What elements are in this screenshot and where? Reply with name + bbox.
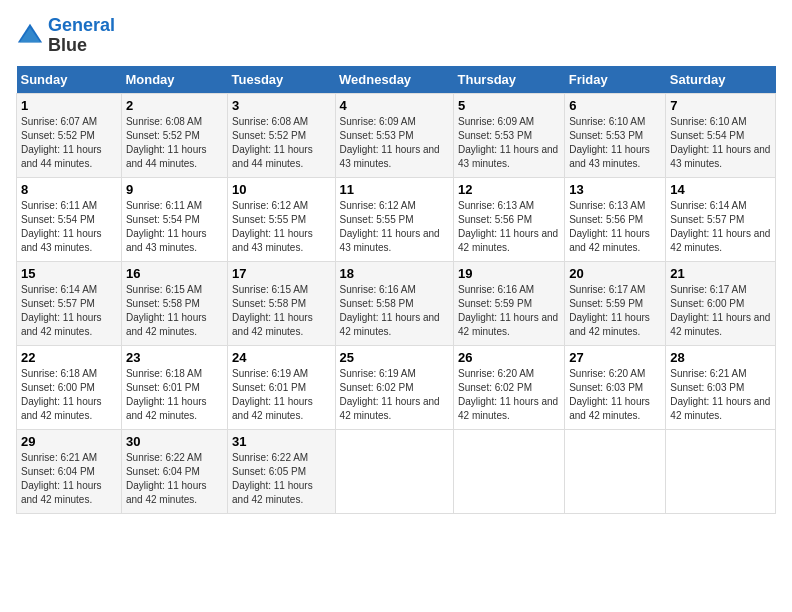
day-info: Sunrise: 6:16 AMSunset: 5:59 PMDaylight:… (458, 283, 560, 339)
day-number: 16 (126, 266, 223, 281)
day-info: Sunrise: 6:07 AMSunset: 5:52 PMDaylight:… (21, 115, 117, 171)
calendar-cell: 26Sunrise: 6:20 AMSunset: 6:02 PMDayligh… (454, 345, 565, 429)
calendar-cell: 4Sunrise: 6:09 AMSunset: 5:53 PMDaylight… (335, 93, 453, 177)
calendar-cell: 18Sunrise: 6:16 AMSunset: 5:58 PMDayligh… (335, 261, 453, 345)
day-number: 28 (670, 350, 771, 365)
day-number: 4 (340, 98, 449, 113)
calendar-cell: 20Sunrise: 6:17 AMSunset: 5:59 PMDayligh… (565, 261, 666, 345)
calendar-body: 1Sunrise: 6:07 AMSunset: 5:52 PMDaylight… (17, 93, 776, 513)
calendar-cell: 15Sunrise: 6:14 AMSunset: 5:57 PMDayligh… (17, 261, 122, 345)
day-number: 19 (458, 266, 560, 281)
day-info: Sunrise: 6:12 AMSunset: 5:55 PMDaylight:… (340, 199, 449, 255)
day-info: Sunrise: 6:17 AMSunset: 6:00 PMDaylight:… (670, 283, 771, 339)
day-number: 22 (21, 350, 117, 365)
calendar-cell: 24Sunrise: 6:19 AMSunset: 6:01 PMDayligh… (228, 345, 336, 429)
day-number: 31 (232, 434, 331, 449)
logo-text: General Blue (48, 16, 115, 56)
day-info: Sunrise: 6:20 AMSunset: 6:03 PMDaylight:… (569, 367, 661, 423)
calendar-cell: 28Sunrise: 6:21 AMSunset: 6:03 PMDayligh… (666, 345, 776, 429)
day-number: 8 (21, 182, 117, 197)
day-info: Sunrise: 6:21 AMSunset: 6:03 PMDaylight:… (670, 367, 771, 423)
day-info: Sunrise: 6:11 AMSunset: 5:54 PMDaylight:… (21, 199, 117, 255)
day-number: 17 (232, 266, 331, 281)
day-info: Sunrise: 6:12 AMSunset: 5:55 PMDaylight:… (232, 199, 331, 255)
day-info: Sunrise: 6:22 AMSunset: 6:05 PMDaylight:… (232, 451, 331, 507)
calendar-cell: 5Sunrise: 6:09 AMSunset: 5:53 PMDaylight… (454, 93, 565, 177)
calendar-cell: 8Sunrise: 6:11 AMSunset: 5:54 PMDaylight… (17, 177, 122, 261)
calendar-cell: 13Sunrise: 6:13 AMSunset: 5:56 PMDayligh… (565, 177, 666, 261)
day-number: 30 (126, 434, 223, 449)
day-info: Sunrise: 6:18 AMSunset: 6:00 PMDaylight:… (21, 367, 117, 423)
calendar-cell: 11Sunrise: 6:12 AMSunset: 5:55 PMDayligh… (335, 177, 453, 261)
day-info: Sunrise: 6:16 AMSunset: 5:58 PMDaylight:… (340, 283, 449, 339)
day-number: 21 (670, 266, 771, 281)
day-info: Sunrise: 6:08 AMSunset: 5:52 PMDaylight:… (126, 115, 223, 171)
calendar-cell (565, 429, 666, 513)
calendar-cell: 23Sunrise: 6:18 AMSunset: 6:01 PMDayligh… (121, 345, 227, 429)
day-number: 15 (21, 266, 117, 281)
day-number: 1 (21, 98, 117, 113)
calendar-week-row: 1Sunrise: 6:07 AMSunset: 5:52 PMDaylight… (17, 93, 776, 177)
day-info: Sunrise: 6:13 AMSunset: 5:56 PMDaylight:… (458, 199, 560, 255)
logo-icon (16, 22, 44, 50)
day-info: Sunrise: 6:13 AMSunset: 5:56 PMDaylight:… (569, 199, 661, 255)
calendar-cell: 29Sunrise: 6:21 AMSunset: 6:04 PMDayligh… (17, 429, 122, 513)
day-number: 9 (126, 182, 223, 197)
day-number: 23 (126, 350, 223, 365)
calendar-cell: 3Sunrise: 6:08 AMSunset: 5:52 PMDaylight… (228, 93, 336, 177)
weekday-header: Wednesday (335, 66, 453, 94)
day-number: 2 (126, 98, 223, 113)
day-info: Sunrise: 6:09 AMSunset: 5:53 PMDaylight:… (340, 115, 449, 171)
day-number: 6 (569, 98, 661, 113)
calendar-cell (454, 429, 565, 513)
calendar-cell: 27Sunrise: 6:20 AMSunset: 6:03 PMDayligh… (565, 345, 666, 429)
day-info: Sunrise: 6:22 AMSunset: 6:04 PMDaylight:… (126, 451, 223, 507)
day-number: 29 (21, 434, 117, 449)
day-info: Sunrise: 6:10 AMSunset: 5:53 PMDaylight:… (569, 115, 661, 171)
logo: General Blue (16, 16, 115, 56)
weekday-header: Sunday (17, 66, 122, 94)
calendar-table: SundayMondayTuesdayWednesdayThursdayFrid… (16, 66, 776, 514)
calendar-cell: 21Sunrise: 6:17 AMSunset: 6:00 PMDayligh… (666, 261, 776, 345)
calendar-cell: 7Sunrise: 6:10 AMSunset: 5:54 PMDaylight… (666, 93, 776, 177)
calendar-cell: 10Sunrise: 6:12 AMSunset: 5:55 PMDayligh… (228, 177, 336, 261)
calendar-week-row: 29Sunrise: 6:21 AMSunset: 6:04 PMDayligh… (17, 429, 776, 513)
day-info: Sunrise: 6:19 AMSunset: 6:01 PMDaylight:… (232, 367, 331, 423)
calendar-cell: 17Sunrise: 6:15 AMSunset: 5:58 PMDayligh… (228, 261, 336, 345)
day-info: Sunrise: 6:21 AMSunset: 6:04 PMDaylight:… (21, 451, 117, 507)
day-number: 27 (569, 350, 661, 365)
calendar-cell: 25Sunrise: 6:19 AMSunset: 6:02 PMDayligh… (335, 345, 453, 429)
calendar-week-row: 15Sunrise: 6:14 AMSunset: 5:57 PMDayligh… (17, 261, 776, 345)
day-number: 20 (569, 266, 661, 281)
day-number: 7 (670, 98, 771, 113)
day-number: 24 (232, 350, 331, 365)
weekday-header: Friday (565, 66, 666, 94)
day-number: 25 (340, 350, 449, 365)
calendar-cell: 22Sunrise: 6:18 AMSunset: 6:00 PMDayligh… (17, 345, 122, 429)
calendar-cell: 14Sunrise: 6:14 AMSunset: 5:57 PMDayligh… (666, 177, 776, 261)
calendar-cell: 1Sunrise: 6:07 AMSunset: 5:52 PMDaylight… (17, 93, 122, 177)
calendar-week-row: 22Sunrise: 6:18 AMSunset: 6:00 PMDayligh… (17, 345, 776, 429)
day-info: Sunrise: 6:10 AMSunset: 5:54 PMDaylight:… (670, 115, 771, 171)
day-info: Sunrise: 6:20 AMSunset: 6:02 PMDaylight:… (458, 367, 560, 423)
weekday-header: Thursday (454, 66, 565, 94)
day-number: 10 (232, 182, 331, 197)
day-info: Sunrise: 6:15 AMSunset: 5:58 PMDaylight:… (126, 283, 223, 339)
calendar-cell: 6Sunrise: 6:10 AMSunset: 5:53 PMDaylight… (565, 93, 666, 177)
day-info: Sunrise: 6:18 AMSunset: 6:01 PMDaylight:… (126, 367, 223, 423)
calendar-cell: 2Sunrise: 6:08 AMSunset: 5:52 PMDaylight… (121, 93, 227, 177)
day-info: Sunrise: 6:14 AMSunset: 5:57 PMDaylight:… (670, 199, 771, 255)
day-info: Sunrise: 6:09 AMSunset: 5:53 PMDaylight:… (458, 115, 560, 171)
day-number: 12 (458, 182, 560, 197)
calendar-cell: 19Sunrise: 6:16 AMSunset: 5:59 PMDayligh… (454, 261, 565, 345)
calendar-cell: 30Sunrise: 6:22 AMSunset: 6:04 PMDayligh… (121, 429, 227, 513)
day-number: 5 (458, 98, 560, 113)
day-number: 3 (232, 98, 331, 113)
day-info: Sunrise: 6:08 AMSunset: 5:52 PMDaylight:… (232, 115, 331, 171)
calendar-cell (666, 429, 776, 513)
day-number: 18 (340, 266, 449, 281)
day-info: Sunrise: 6:14 AMSunset: 5:57 PMDaylight:… (21, 283, 117, 339)
day-number: 26 (458, 350, 560, 365)
calendar-cell (335, 429, 453, 513)
day-info: Sunrise: 6:15 AMSunset: 5:58 PMDaylight:… (232, 283, 331, 339)
